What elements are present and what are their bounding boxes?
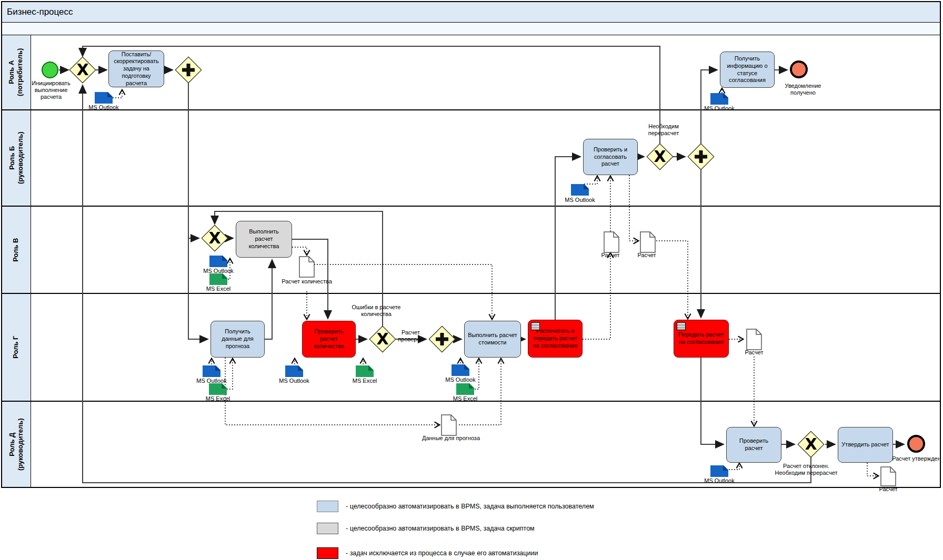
task-check-approve-calc: Проверить и согласовать расчет [583, 139, 638, 175]
legend-row-script-task: - целесообразно автоматизировать в BPMS,… [317, 523, 535, 534]
task-get-forecast-data: Получить данные для прогноза [210, 321, 265, 358]
start-event-label: Инициировать выполнение расчета [25, 80, 77, 101]
task-send-calc-approval: Передать расчет на согласование [674, 320, 729, 358]
doc-label-ms-outlook: MS Outlook [442, 376, 479, 383]
doc-label-calc-quantity: Расчет количества [280, 278, 333, 285]
legend-label: - целесообразно автоматизировать в BPMS,… [346, 525, 535, 532]
task-check-calc: Проверить расчет [726, 427, 781, 463]
document-icon [299, 256, 315, 278]
doc-label-ms-outlook: MS Outlook [85, 104, 122, 111]
gateway-label-rejected: Расчет отклонен. Необходим перерасчет [775, 463, 838, 476]
gateway-label-need-recalc: Необходим перерасчет [634, 123, 693, 137]
task-approve-calc: Утвердить расчет [838, 427, 893, 463]
legend-swatch-user-task [317, 501, 338, 512]
doc-label-raschet: Расчет [592, 252, 629, 259]
gateway-label-calc-checked: Расчет проверен [394, 329, 428, 343]
exclusive-gateway-icon: X [651, 148, 669, 166]
end-event-notification [790, 60, 808, 78]
legend-label: - целесообразно автоматизировать в BPMS,… [346, 503, 594, 510]
document-icon [880, 466, 896, 486]
task-calc-quantity: Выполнить расчет количества [236, 221, 292, 258]
exclusive-gateway-icon: X [206, 229, 224, 247]
doc-label-ms-outlook: MS Outlook [701, 477, 738, 484]
exclusive-gateway-icon: X [374, 330, 392, 348]
parallel-gateway-icon [179, 61, 197, 79]
doc-label-ms-excel: MS Excel [346, 378, 383, 384]
doc-label-raschet: Расчет [628, 252, 665, 259]
legend-label: - задач исключается из процесса в случае… [346, 549, 538, 557]
document-icon [640, 231, 656, 253]
end-event-label: Уведомление получено [777, 83, 829, 96]
bpmn-diagram: Бизнес-процесс Роль А (потребитель) Роль… [0, 0, 943, 560]
end-event-approved [907, 435, 925, 453]
exclusive-gateway-icon: X [74, 61, 92, 79]
document-icon [746, 329, 762, 350]
doc-label-raschet: Расчет [870, 486, 907, 493]
doc-label-ms-outlook: MS Outlook [561, 197, 598, 203]
doc-label-ms-outlook: MS Outlook [276, 378, 313, 384]
gateway-label-calc-errors: Ошибки в расчете количества [342, 304, 410, 318]
doc-label-ms-excel: MS Excel [199, 395, 236, 402]
task-calc-cost: Выполнить расчет стоимости [464, 321, 521, 358]
legend-swatch-excluded-task [317, 547, 338, 559]
document-icon [604, 231, 619, 253]
document-icon [441, 414, 457, 436]
doc-label-raschet: Расчет [736, 349, 773, 356]
doc-label-forecast-data: Данные для прогноза [414, 435, 488, 442]
task-print-send-calc: Распечатать и передать расчет на согласо… [528, 320, 583, 358]
task-check-quantity-calc: Проверить расчет количества [302, 321, 356, 358]
exclusive-gateway-icon: X [802, 435, 820, 453]
manual-task-icon [531, 322, 540, 330]
doc-label-ms-excel: MS Excel [447, 395, 484, 402]
parallel-gateway-icon [433, 330, 451, 348]
parallel-gateway-icon [692, 148, 710, 166]
legend-swatch-script-task [317, 523, 338, 534]
legend-row-user-task: - целесообразно автоматизировать в BPMS,… [317, 501, 594, 512]
task-set-calc-task: Поставить/скорректировать задачу на подг… [108, 50, 164, 87]
manual-task-icon [677, 322, 686, 330]
legend-row-excluded-task: - задач исключается из процесса в случае… [317, 547, 538, 559]
doc-label-ms-excel: MS Excel [200, 286, 237, 292]
end-event-label: Расчет утвержден [891, 455, 941, 462]
start-event [42, 62, 58, 78]
task-get-approval-status: Получить информацию о статусе согласован… [720, 52, 775, 88]
doc-label-ms-outlook: MS Outlook [701, 105, 738, 112]
